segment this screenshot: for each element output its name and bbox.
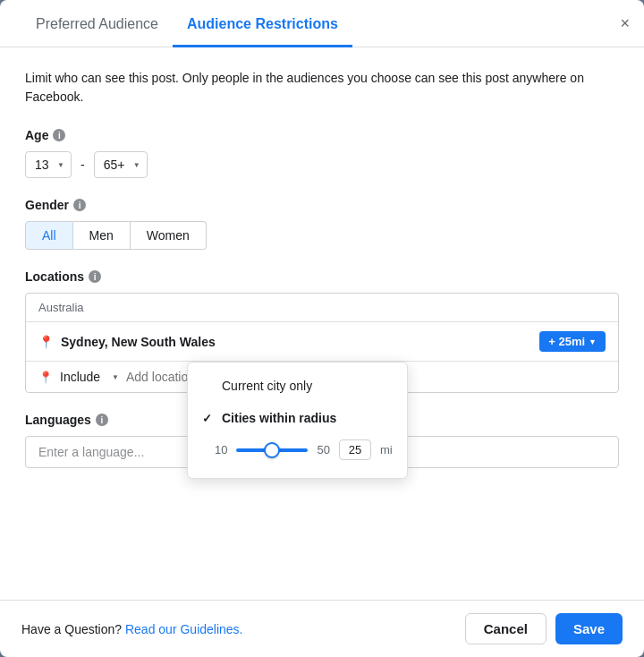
- age-max-select[interactable]: 13141516 17182125 35455565+: [94, 151, 148, 178]
- include-select[interactable]: Include Exclude: [60, 370, 119, 384]
- radius-max-label: 50: [317, 443, 329, 456]
- location-city-name: Sydney, New South Wales: [61, 335, 532, 349]
- radius-value-input[interactable]: [339, 439, 371, 460]
- radius-dropdown: Current city only ✓ Cities within radius…: [187, 362, 408, 479]
- gender-label: Gender i: [25, 198, 619, 212]
- age-min-wrapper: 13141516 17182125 35455565: [25, 151, 72, 178]
- footer-buttons: Cancel Save: [465, 613, 623, 644]
- option-city-only-label: Current city only: [222, 379, 312, 393]
- modal: Preferred Audience Audience Restrictions…: [0, 0, 644, 657]
- location-country: Australia: [26, 294, 618, 322]
- age-info-icon[interactable]: i: [53, 129, 65, 141]
- description-text: Limit who can see this post. Only people…: [25, 69, 619, 107]
- gender-buttons: All Men Women: [25, 221, 619, 250]
- age-min-select[interactable]: 13141516 17182125 35455565: [25, 151, 72, 178]
- modal-header: Preferred Audience Audience Restrictions…: [0, 0, 644, 47]
- modal-body: Limit who can see this post. Only people…: [0, 47, 644, 600]
- age-row: 13141516 17182125 35455565 - 13141516 17…: [25, 151, 619, 178]
- location-pin-icon: 📍: [38, 335, 54, 349]
- footer-question-text: Have a Question?: [21, 622, 122, 636]
- close-button[interactable]: ×: [620, 15, 630, 31]
- gender-label-text: Gender: [25, 198, 69, 212]
- gender-men-button[interactable]: Men: [73, 221, 131, 250]
- radius-slider-container: [236, 448, 308, 452]
- age-label: Age i: [25, 128, 619, 142]
- dropdown-option-radius[interactable]: ✓ Cities within radius: [188, 402, 407, 434]
- age-section: Age i 13141516 17182125 35455565 - 13141…: [25, 128, 619, 178]
- locations-box: Australia 📍 Sydney, New South Wales + 25…: [25, 293, 619, 393]
- location-city-row: 📍 Sydney, New South Wales + 25mi Current…: [26, 322, 618, 362]
- include-pin-icon: 📍: [38, 371, 53, 384]
- slider-track: [236, 448, 308, 452]
- locations-section: Locations i Australia 📍 Sydney, New Sout…: [25, 269, 619, 393]
- locations-info-icon[interactable]: i: [89, 270, 101, 283]
- dropdown-option-city-only[interactable]: Current city only: [188, 370, 407, 402]
- option-radius-label: Cities within radius: [222, 411, 336, 425]
- cancel-button[interactable]: Cancel: [465, 613, 547, 644]
- footer-guidelines-link[interactable]: Read our Guidelines.: [125, 622, 243, 636]
- slider-thumb[interactable]: [264, 442, 280, 458]
- footer-left: Have a Question? Read our Guidelines.: [21, 622, 243, 636]
- gender-women-button[interactable]: Women: [131, 221, 207, 250]
- age-max-wrapper: 13141516 17182125 35455565+: [94, 151, 148, 178]
- include-select-wrapper: Include Exclude: [60, 370, 119, 384]
- tab-preferred[interactable]: Preferred Audience: [21, 0, 173, 47]
- radius-min-label: 10: [215, 443, 227, 456]
- languages-label-text: Languages: [25, 413, 91, 427]
- locations-label-text: Locations: [25, 269, 84, 284]
- radius-unit-label: mi: [380, 443, 393, 456]
- check-mark-icon: ✓: [202, 412, 215, 425]
- tab-restrictions[interactable]: Audience Restrictions: [173, 0, 352, 47]
- age-label-text: Age: [25, 128, 48, 142]
- gender-info-icon[interactable]: i: [73, 199, 86, 211]
- check-empty: [202, 380, 215, 393]
- radius-controls: 10 50 mi: [188, 434, 407, 471]
- age-separator: -: [80, 158, 85, 172]
- locations-label: Locations i: [25, 269, 619, 284]
- save-button[interactable]: Save: [555, 613, 623, 644]
- radius-badge-button[interactable]: + 25mi: [539, 331, 606, 352]
- gender-section: Gender i All Men Women: [25, 198, 619, 250]
- gender-all-button[interactable]: All: [25, 221, 73, 250]
- languages-info-icon[interactable]: i: [96, 414, 108, 426]
- modal-footer: Have a Question? Read our Guidelines. Ca…: [0, 600, 644, 657]
